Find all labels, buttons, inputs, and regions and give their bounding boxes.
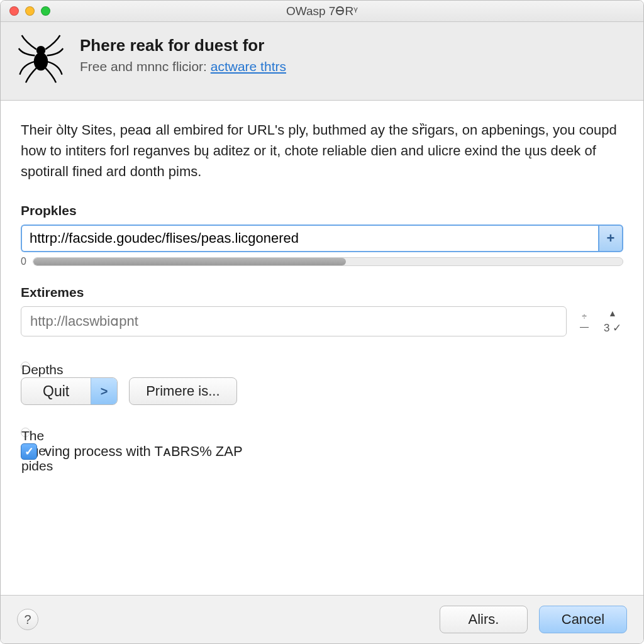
extiremes-stepper[interactable]: ÷ — xyxy=(572,306,597,336)
dropdown-label: Quit xyxy=(21,378,91,404)
stepper-down-icon[interactable]: — xyxy=(580,322,589,331)
subtitle-prefix: Free and mnnc flicior: xyxy=(80,59,211,74)
extiremes-side-meta: ▲ 3 ✓ xyxy=(602,306,623,336)
sige-checkbox-label: ving process with TᴀBRS% ZAP xyxy=(45,443,243,460)
alirs-button[interactable]: Alirs. xyxy=(440,606,528,633)
progress-start-label: 0 xyxy=(21,256,26,267)
sige-field: The s̈ige pides ✓ ving process with TᴀBR… xyxy=(21,428,623,460)
dialog-subtitle: Free and mnnc flicior: actware thtrs xyxy=(80,59,286,74)
minimize-window-button[interactable] xyxy=(25,6,35,16)
dialog-footer: ? Alirs. Cancel xyxy=(1,595,643,643)
svg-point-1 xyxy=(36,46,45,55)
propkles-label: Propkles xyxy=(21,203,623,218)
depths-label: Depths xyxy=(21,362,30,371)
propkles-input[interactable] xyxy=(21,225,598,252)
depths-dropdown[interactable]: Quit > xyxy=(21,377,118,405)
subtitle-link[interactable]: actware thtrs xyxy=(211,59,286,74)
dialog-title: Phere reak for duest for xyxy=(80,36,286,55)
help-button[interactable]: ? xyxy=(17,609,38,630)
dialog-content: Their òlty Sites, peaɑ all embired for U… xyxy=(1,101,643,595)
propkles-field: Propkles + 0 xyxy=(21,203,623,267)
progress-fill xyxy=(33,258,346,265)
cancel-button[interactable]: Cancel xyxy=(539,606,627,633)
description-text: Their òlty Sites, peaɑ all embired for U… xyxy=(21,119,623,182)
extiremes-label: Extiremes xyxy=(21,285,623,300)
primere-button[interactable]: Primere is... xyxy=(129,377,236,405)
dialog-window: OWasp 7ӨRᵞ Phere reak for duest for Free… xyxy=(0,0,644,644)
propkles-progress: 0 xyxy=(21,256,623,267)
sort-up-icon[interactable]: ▲ xyxy=(608,308,617,318)
chevron-right-icon[interactable]: > xyxy=(91,378,117,404)
window-controls xyxy=(1,6,50,16)
sige-checkbox[interactable]: ✓ xyxy=(21,443,37,460)
titlebar: OWasp 7ӨRᵞ xyxy=(1,1,643,22)
extiremes-input[interactable] xyxy=(21,306,567,336)
progress-track xyxy=(33,257,623,266)
sige-label: The s̈ige pides xyxy=(21,428,30,437)
depths-field: Depths Quit > Primere is... xyxy=(21,362,623,405)
spider-icon xyxy=(16,33,66,86)
maximize-window-button[interactable] xyxy=(41,6,50,16)
dialog-header: Phere reak for duest for Free and mnnc f… xyxy=(1,22,643,101)
extiremes-field: Extiremes ÷ — ▲ 3 ✓ xyxy=(21,285,623,336)
propkles-add-button[interactable]: + xyxy=(598,225,623,252)
header-text: Phere reak for duest for Free and mnnc f… xyxy=(80,33,286,86)
window-title: OWasp 7ӨRᵞ xyxy=(1,4,643,18)
stepper-up-icon[interactable]: ÷ xyxy=(582,312,587,321)
close-window-button[interactable] xyxy=(9,6,19,16)
side-count: 3 ✓ xyxy=(604,321,621,335)
